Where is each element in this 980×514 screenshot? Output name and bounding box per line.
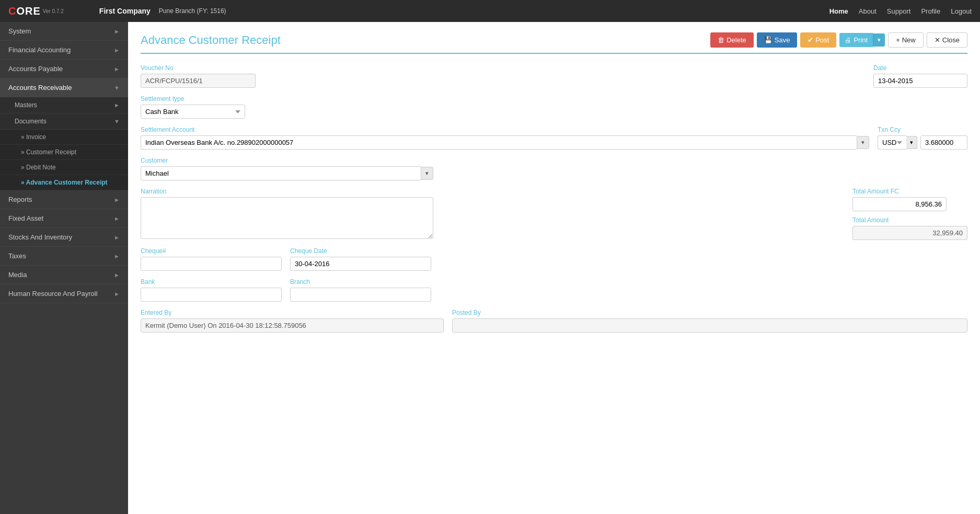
nav-support[interactable]: Support	[887, 7, 911, 15]
print-button-group: 🖨 Print ▾	[839, 32, 885, 48]
bank-group: Bank	[141, 278, 282, 302]
voucher-no-label: Voucher No	[141, 64, 256, 72]
entered-by-input	[141, 318, 444, 333]
cheque-date-label: Cheque Date	[290, 247, 431, 255]
chevron-right-icon: ►	[114, 234, 120, 241]
chevron-right-icon: ►	[114, 197, 120, 203]
branch-input[interactable]	[290, 288, 431, 302]
settlement-account-input-wrapper: ▾	[141, 135, 869, 150]
nav-about[interactable]: About	[859, 7, 877, 15]
row-narration-totals: Narration Total Amount FC Total Amount	[141, 188, 967, 240]
chevron-down-icon: ▼	[114, 118, 120, 124]
sidebar-item-reports[interactable]: Reports ►	[0, 190, 128, 209]
date-input[interactable]	[873, 74, 967, 88]
total-amount-input[interactable]	[852, 226, 967, 240]
txn-ccy-caret-button[interactable]: ▾	[906, 136, 917, 149]
chevron-right-icon: ►	[114, 28, 120, 35]
accounts-receivable-submenu: Masters ► Documents ▼ » Invoice » Custom…	[0, 97, 128, 190]
close-button[interactable]: ✕ Close	[927, 32, 967, 48]
bank-label: Bank	[141, 278, 282, 285]
sidebar-item-system[interactable]: System ►	[0, 22, 128, 41]
sidebar-item-invoice[interactable]: » Invoice	[0, 130, 128, 145]
sidebar: System ► Financial Accounting ► Accounts…	[0, 22, 128, 514]
sidebar-item-customer-receipt[interactable]: » Customer Receipt	[0, 145, 128, 160]
total-amount-group: Total Amount	[852, 216, 967, 240]
row-voucher-date: Voucher No Date	[141, 64, 967, 88]
navbar-links: Home About Support Profile Logout	[829, 7, 972, 15]
sidebar-item-media[interactable]: Media ►	[0, 266, 128, 284]
settlement-account-label: Settlement Account	[141, 126, 869, 133]
sidebar-item-accounts-payable[interactable]: Accounts Payable ►	[0, 60, 128, 78]
print-icon: 🖨	[845, 36, 851, 44]
plus-icon: +	[896, 36, 900, 44]
sidebar-item-advance-customer-receipt[interactable]: » Advance Customer Receipt	[0, 175, 128, 190]
totals-group: Total Amount FC Total Amount	[852, 188, 967, 240]
navbar-logo: CORE Ver 0.7.2	[8, 5, 64, 17]
page-actions: 🗑 Delete 💾 Save ✔ Post 🖨 Print ▾	[710, 32, 967, 48]
chevron-right-icon: ►	[114, 215, 120, 222]
date-group: Date	[873, 64, 967, 88]
posted-by-input	[452, 318, 967, 333]
documents-submenu: » Invoice » Customer Receipt » Debit Not…	[0, 130, 128, 190]
page-title: Advance Customer Receipt	[141, 33, 281, 47]
print-caret-button[interactable]: ▾	[873, 33, 885, 47]
row-bank-branch: Bank Branch	[141, 278, 967, 302]
cheque-label: Cheque#	[141, 247, 282, 255]
save-icon: 💾	[764, 36, 773, 44]
row-customer: Customer ▾	[141, 157, 967, 180]
new-button[interactable]: + New	[888, 32, 924, 48]
nav-profile[interactable]: Profile	[921, 7, 940, 15]
sidebar-item-taxes[interactable]: Taxes ►	[0, 247, 128, 266]
sidebar-item-debit-note[interactable]: » Debit Note	[0, 160, 128, 175]
bank-input[interactable]	[141, 288, 282, 302]
sidebar-item-hr-payroll[interactable]: Human Resource And Payroll ►	[0, 284, 128, 303]
sidebar-item-stocks-inventory[interactable]: Stocks And Inventory ►	[0, 228, 128, 247]
txn-ccy-select[interactable]: USD EUR INR	[878, 135, 906, 150]
branch-label: Branch	[290, 278, 431, 285]
company-name: First Company	[99, 7, 151, 15]
posted-by-label: Posted By	[452, 309, 967, 316]
sidebar-item-accounts-receivable[interactable]: Accounts Receivable ▼	[0, 78, 128, 97]
voucher-no-input[interactable]	[141, 74, 256, 88]
entered-by-group: Entered By	[141, 309, 444, 333]
chevron-right-icon: ►	[114, 47, 120, 53]
row-settlement-type: Settlement type Cash Bank Credit Card On…	[141, 95, 967, 119]
navbar: CORE Ver 0.7.2 First Company Pune Branch…	[0, 0, 980, 22]
save-button[interactable]: 💾 Save	[757, 32, 798, 48]
post-button[interactable]: ✔ Post	[800, 32, 836, 48]
sidebar-item-documents[interactable]: Documents ▼	[0, 113, 128, 130]
chevron-right-icon: ►	[114, 66, 120, 72]
row-settlement-account: Settlement Account ▾ Txn Ccy USD EUR I	[141, 126, 967, 150]
settlement-type-select[interactable]: Cash Bank Credit Card Online Transfer	[141, 105, 245, 119]
txn-ccy-select-wrapper: USD EUR INR ▾	[878, 135, 917, 150]
sidebar-item-financial-accounting[interactable]: Financial Accounting ►	[0, 41, 128, 60]
settlement-account-input[interactable]	[141, 135, 857, 150]
voucher-no-group: Voucher No	[141, 64, 256, 88]
print-button[interactable]: 🖨 Print	[839, 33, 873, 47]
logo-text: CORE	[8, 5, 41, 17]
row-cheque: Cheque# Cheque Date	[141, 247, 967, 271]
total-amount-fc-input[interactable]	[852, 197, 947, 211]
total-amount-fc-label: Total Amount FC	[852, 188, 967, 195]
narration-label: Narration	[141, 188, 433, 195]
txn-ccy-label: Txn Ccy	[878, 126, 967, 133]
nav-home[interactable]: Home	[829, 7, 848, 15]
cheque-input[interactable]	[141, 257, 282, 271]
sidebar-item-masters[interactable]: Masters ►	[0, 97, 128, 113]
branch-name: Pune Branch (FY: 1516)	[159, 7, 226, 15]
txn-ccy-group: Txn Ccy USD EUR INR ▾	[878, 126, 967, 150]
settlement-account-dropdown-btn[interactable]: ▾	[857, 136, 869, 149]
nav-logout[interactable]: Logout	[951, 7, 972, 15]
date-label: Date	[873, 64, 967, 72]
customer-input[interactable]	[141, 166, 421, 180]
trash-icon: 🗑	[718, 36, 724, 44]
navbar-brand: CORE Ver 0.7.2 First Company Pune Branch…	[8, 5, 226, 17]
narration-group: Narration	[141, 188, 433, 239]
delete-button[interactable]: 🗑 Delete	[710, 32, 754, 48]
sidebar-item-fixed-asset[interactable]: Fixed Asset ►	[0, 209, 128, 228]
customer-dropdown-btn[interactable]: ▾	[421, 167, 433, 180]
customer-label: Customer	[141, 157, 433, 164]
narration-textarea[interactable]	[141, 197, 433, 239]
txn-ccy-rate-input[interactable]	[920, 135, 967, 150]
cheque-date-input[interactable]	[290, 257, 431, 271]
